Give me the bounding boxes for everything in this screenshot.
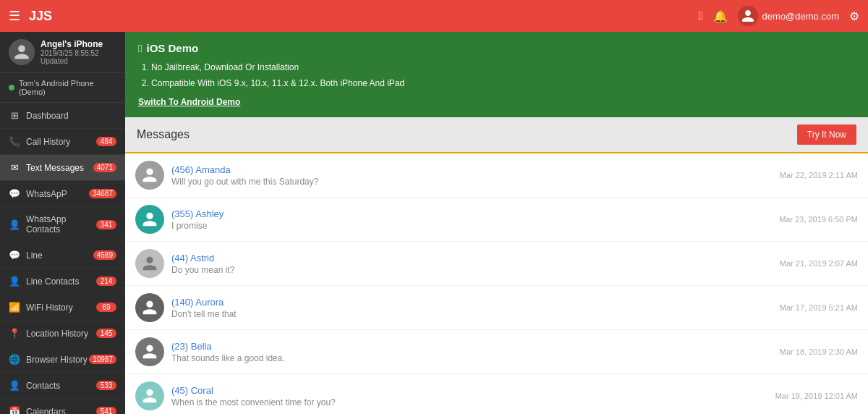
msg-name-bella: (23) Bella (171, 341, 773, 352)
content-area:  iOS Demo No Jailbreak, Download Or Ins… (125, 32, 868, 414)
msg-time-coral: Mar 19, 2019 12:01 AM (775, 392, 858, 400)
sms-badge: 4071 (93, 163, 116, 172)
location-badge: 145 (96, 329, 116, 338)
nav-item-line[interactable]: 💬 Line 4589 (0, 242, 125, 269)
messages-header: Messages Try It Now (125, 117, 868, 153)
user-info[interactable]: demo@demo.com (738, 6, 839, 26)
android-device-item[interactable]: Tom's Android Phone (Demo) (0, 73, 125, 103)
msg-name-aurora: (140) Aurora (171, 297, 773, 308)
message-item[interactable]: (45) Coral When is the most convenient t… (125, 374, 868, 414)
whatsapp-badge: 34687 (89, 189, 116, 198)
nav-label-whatsapp: WhatsApP (26, 189, 67, 199)
ios-banner-title:  iOS Demo (138, 42, 855, 54)
nav-item-line-contacts[interactable]: 👤 Line Contacts 214 (0, 269, 125, 295)
hamburger-icon[interactable]: ☰ (9, 8, 20, 24)
call-icon: 📞 (9, 136, 20, 147)
sms-icon: ✉ (9, 162, 20, 173)
top-header: ☰ JJS  🔔 demo@demo.com ⚙ (0, 0, 868, 32)
ios-banner-list: No Jailbreak, Download Or Installation C… (138, 60, 855, 91)
msg-preview-bella: That sounds like a good idea. (171, 353, 773, 363)
message-item[interactable]: (456) Amanda Will you go out with me thi… (125, 153, 868, 198)
nav-item-contacts[interactable]: 👤 Contacts 533 (0, 373, 125, 399)
nav-label-contacts: Contacts (26, 381, 60, 391)
nav-item-text-messages[interactable]: ✉ Text Messages 4071 (0, 155, 125, 181)
msg-avatar-coral (135, 381, 164, 410)
nav-label-browser: Browser History (26, 355, 88, 365)
line-contacts-badge: 214 (96, 276, 116, 286)
msg-avatar-bella (135, 337, 164, 366)
msg-name-astrid: (44) Astrid (171, 253, 773, 263)
wa-contacts-icon: 👤 (9, 219, 20, 230)
location-icon: 📍 (9, 328, 20, 339)
msg-body-amanda: (456) Amanda Will you go out with me thi… (171, 164, 773, 187)
msg-body-ashley: (355) Ashley I promise (171, 208, 772, 231)
device-info: Angel's iPhone 2019/3/25 8:55:52 Updated (0, 32, 125, 73)
message-item[interactable]: (140) Aurora Don't tell me that Mar 17, … (125, 286, 868, 330)
nav-item-wifi[interactable]: 📶 WiFi History 69 (0, 295, 125, 321)
logo: JJS (29, 9, 52, 24)
nav-label-wifi: WiFi History (26, 303, 73, 313)
sidebar: Angel's iPhone 2019/3/25 8:55:52 Updated… (0, 32, 125, 414)
msg-preview-aurora: Don't tell me that (171, 309, 773, 319)
user-email: demo@demo.com (762, 11, 839, 22)
nav-label-location: Location History (26, 329, 88, 339)
nav-item-call-history[interactable]: 📞 Call History 484 (0, 129, 125, 155)
header-left: ☰ JJS (9, 8, 52, 24)
calendar-icon: 📅 (9, 406, 20, 414)
nav-item-browser[interactable]: 🌐 Browser History 10987 (0, 347, 125, 373)
wa-contacts-badge: 341 (96, 220, 116, 229)
msg-preview-astrid: Do you mean it? (171, 265, 773, 275)
try-it-button[interactable]: Try It Now (797, 124, 856, 145)
nav-item-whatsapp-contacts[interactable]: 👤 WhatsApp Contacts 341 (0, 207, 125, 242)
whatsapp-icon: 💬 (9, 188, 20, 199)
share-icon[interactable]: ⚙ (849, 9, 859, 23)
ios-point-2: Compatible With iOS 9.x, 10.x, 11.x & 12… (151, 76, 855, 92)
contacts-badge: 533 (96, 381, 116, 390)
msg-preview-coral: When is the most convenient time for you… (171, 397, 768, 407)
msg-body-bella: (23) Bella That sounds like a good idea. (171, 341, 773, 363)
message-item[interactable]: (23) Bella That sounds like a good idea.… (125, 330, 868, 374)
android-device-label: Tom's Android Phone (Demo) (19, 79, 116, 96)
main-layout: Angel's iPhone 2019/3/25 8:55:52 Updated… (0, 32, 868, 414)
switch-to-android-link[interactable]: Switch To Android Demo (138, 97, 240, 107)
msg-time-astrid: Mar 21, 2019 2:07 AM (780, 259, 858, 268)
call-badge: 484 (96, 137, 116, 146)
msg-body-aurora: (140) Aurora Don't tell me that (171, 297, 773, 319)
nav-label-dashboard: Dashboard (26, 111, 69, 121)
online-dot (9, 85, 14, 90)
msg-time-bella: Mar 18, 2019 2:30 AM (780, 347, 858, 356)
nav-item-location[interactable]: 📍 Location History 145 (0, 321, 125, 347)
msg-body-coral: (45) Coral When is the most convenient t… (171, 385, 768, 407)
nav-label-call: Call History (26, 137, 70, 147)
nav-label-wa-contacts: WhatsApp Contacts (26, 214, 96, 235)
message-item[interactable]: (355) Ashley I promise Mar 23, 2019 6:50… (125, 198, 868, 242)
nav-item-dashboard[interactable]: ⊞ Dashboard (0, 103, 125, 129)
msg-avatar-astrid (135, 249, 164, 278)
device-avatar (9, 39, 35, 65)
msg-avatar-ashley (135, 205, 164, 234)
line-badge: 4589 (93, 250, 116, 260)
device-date: 2019/3/25 8:55:52 Updated (41, 49, 116, 65)
msg-name-ashley: (355) Ashley (171, 208, 772, 219)
msg-avatar-aurora (135, 293, 164, 322)
nav-item-whatsapp[interactable]: 💬 WhatsApP 34687 (0, 181, 125, 207)
user-avatar (738, 6, 758, 26)
device-name: Angel's iPhone (41, 39, 116, 49)
notification-icon[interactable]: 🔔 (713, 9, 728, 23)
nav-label-sms: Text Messages (26, 163, 84, 173)
nav-item-calendars[interactable]: 📅 Calendars 541 (0, 399, 125, 414)
contacts-icon: 👤 (9, 380, 20, 391)
msg-time-ashley: Mar 23, 2019 6:50 PM (779, 215, 858, 224)
message-list: (456) Amanda Will you go out with me thi… (125, 153, 868, 414)
device-text: Angel's iPhone 2019/3/25 8:55:52 Updated (41, 39, 116, 65)
wifi-badge: 69 (96, 303, 116, 312)
apple-header-icon:  (699, 9, 703, 22)
msg-preview-ashley: I promise (171, 221, 772, 231)
msg-body-astrid: (44) Astrid Do you mean it? (171, 253, 773, 275)
apple-logo-icon:  (138, 42, 142, 54)
message-item[interactable]: (44) Astrid Do you mean it? Mar 21, 2019… (125, 242, 868, 286)
wifi-icon: 📶 (9, 302, 20, 313)
line-contacts-icon: 👤 (9, 276, 20, 287)
msg-preview-amanda: Will you go out with me this Saturday? (171, 177, 773, 187)
calendars-badge: 541 (96, 407, 116, 414)
